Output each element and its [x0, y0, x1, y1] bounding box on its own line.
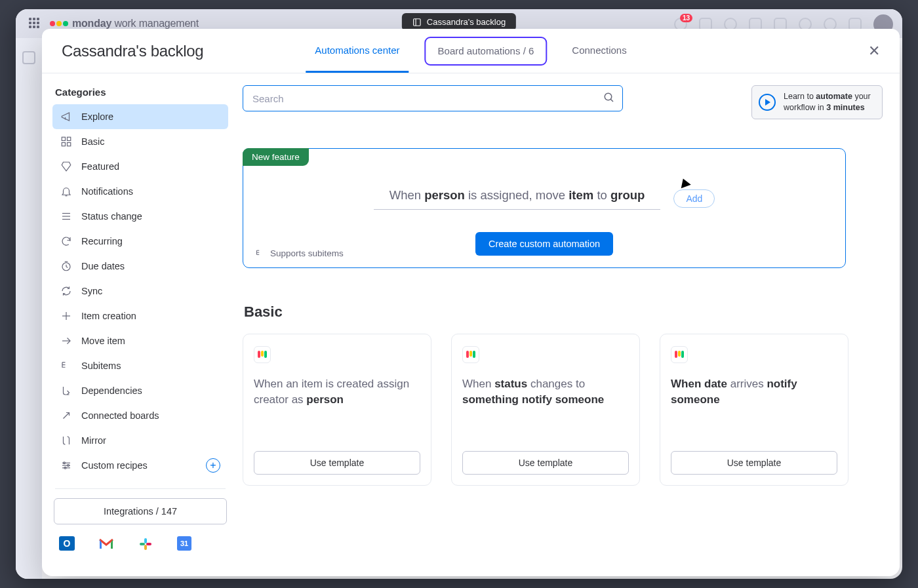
template-card: When date arrives notify someone Use tem… [660, 334, 848, 486]
sidebar-item-subitems[interactable]: Subitems [52, 353, 228, 378]
sidebar-item-notifications[interactable]: Notifications [52, 179, 228, 204]
new-feature-badge: New feature [243, 148, 309, 166]
apps-menu-icon[interactable] [29, 18, 41, 29]
monday-icon [462, 346, 479, 363]
sidebar-item-label: Featured [81, 161, 119, 172]
sidebar-item-label: Mirror [81, 435, 106, 446]
gmail-icon[interactable] [98, 536, 114, 552]
template-text: When date arrives notify someone [671, 376, 837, 451]
sidebar-item-due-dates[interactable]: Due dates [52, 254, 228, 279]
dependencies-icon [60, 385, 72, 397]
sidebar-item-sync[interactable]: Sync [52, 279, 228, 304]
sidebar-item-label: Item creation [81, 311, 136, 321]
sidebar-item-explore[interactable]: Explore [52, 104, 228, 129]
section-title-basic: Basic [244, 304, 883, 321]
template-card: When status changes to something notify … [451, 334, 640, 486]
diamond-icon [60, 161, 72, 172]
subitems-icon [60, 360, 72, 372]
automation-sentence[interactable]: When person is assigned, move item to gr… [374, 188, 661, 210]
sidebar-item-recurring[interactable]: Recurring [52, 229, 228, 254]
use-template-button[interactable]: Use template [671, 451, 837, 475]
svg-rect-2 [62, 137, 65, 140]
sidebar-item-label: Subitems [81, 361, 121, 371]
cursor-icon [679, 177, 691, 189]
sidebar-item-label: Custom recipes [81, 460, 148, 471]
create-custom-automation-button[interactable]: Create custom automation [475, 232, 613, 256]
sidebar-item-label: Dependencies [81, 385, 142, 396]
sidebar-item-connected-boards[interactable]: Connected boards [52, 403, 228, 428]
plus-icon [60, 310, 72, 322]
use-template-button[interactable]: Use template [462, 451, 629, 475]
slack-icon[interactable] [138, 536, 153, 552]
svg-line-25 [610, 99, 613, 102]
integrations-button[interactable]: Integrations / 147 [54, 498, 227, 524]
add-button[interactable]: Add [673, 189, 715, 208]
megaphone-icon [60, 111, 72, 123]
supports-subitems-label: Supports subitems [255, 248, 344, 258]
sidebar-item-label: Recurring [81, 236, 123, 246]
gcal-icon[interactable]: 31 [177, 536, 191, 551]
sidebar-item-basic[interactable]: Basic [52, 129, 228, 154]
svg-rect-0 [414, 18, 421, 26]
sidebar-item-move-item[interactable]: Move item [52, 328, 228, 353]
svg-line-13 [64, 413, 70, 419]
outlook-icon[interactable]: O [59, 536, 75, 551]
sidebar-item-label: Due dates [81, 261, 125, 271]
svg-rect-22 [144, 545, 147, 550]
template-text: When status changes to something notify … [462, 376, 629, 451]
sidebar-item-featured[interactable]: Featured [52, 154, 228, 179]
page-title: Cassandra's backlog [62, 42, 203, 60]
sidebar-item-label: Basic [81, 136, 104, 147]
sidebar-item-dependencies[interactable]: Dependencies [52, 378, 228, 403]
sidebar-item-label: Sync [81, 286, 102, 296]
sidebar-item-label: Notifications [81, 186, 133, 197]
grid-icon [60, 136, 72, 147]
window-tab: Cassandra's backlog [402, 13, 516, 31]
close-icon[interactable]: ✕ [868, 43, 880, 60]
play-icon [759, 94, 776, 111]
connected-icon [60, 410, 72, 421]
learn-card[interactable]: Learn to automate your workflow in 3 min… [751, 85, 883, 119]
refresh-icon [60, 235, 72, 247]
sidebar-item-label: Connected boards [81, 410, 159, 421]
sidebar-item-label: Status change [81, 211, 142, 222]
svg-point-24 [605, 93, 612, 100]
sidebar-item-status-change[interactable]: Status change [52, 204, 228, 229]
svg-rect-5 [68, 143, 71, 146]
brand-logo: monday work management [50, 18, 199, 29]
sidebar-item-label: Explore [81, 111, 113, 122]
bell-icon [60, 186, 72, 197]
search-input[interactable] [243, 85, 623, 111]
svg-rect-3 [68, 137, 71, 140]
tab-automations-center[interactable]: Automations center [306, 29, 409, 73]
sidebar-item-label: Move item [81, 336, 125, 346]
search-icon [603, 92, 615, 106]
categories-title: Categories [55, 87, 228, 98]
monday-icon [671, 346, 688, 363]
tab-board-automations[interactable]: Board automations / 6 [425, 37, 548, 66]
sidebar-item-custom-recipes[interactable]: Custom recipes + [52, 453, 228, 478]
automations-modal: Cassandra's backlog Automations center B… [42, 29, 900, 576]
use-template-button[interactable]: Use template [254, 451, 420, 475]
svg-rect-21 [140, 543, 145, 545]
list-icon [60, 210, 72, 222]
toolstrip-icon[interactable] [22, 51, 35, 64]
svg-rect-23 [146, 543, 151, 545]
monday-icon [254, 346, 271, 363]
sidebar-item-item-creation[interactable]: Item creation [52, 304, 228, 328]
sidebar-item-mirror[interactable]: Mirror [52, 428, 228, 453]
mirror-icon [60, 435, 72, 446]
template-card: When an item is created assign creator a… [243, 334, 431, 486]
tab-connections[interactable]: Connections [563, 29, 635, 73]
add-recipe-icon[interactable]: + [206, 458, 220, 473]
template-text: When an item is created assign creator a… [254, 376, 420, 451]
sliders-icon [60, 460, 72, 471]
feature-card: New feature When person is assigned, mov… [243, 148, 846, 268]
clock-icon [60, 260, 72, 272]
learn-text: Learn to automate your workflow in 3 min… [784, 91, 873, 113]
sync-icon [60, 285, 72, 297]
arrow-right-icon [60, 335, 72, 347]
svg-rect-4 [62, 143, 65, 146]
svg-rect-20 [144, 538, 147, 543]
